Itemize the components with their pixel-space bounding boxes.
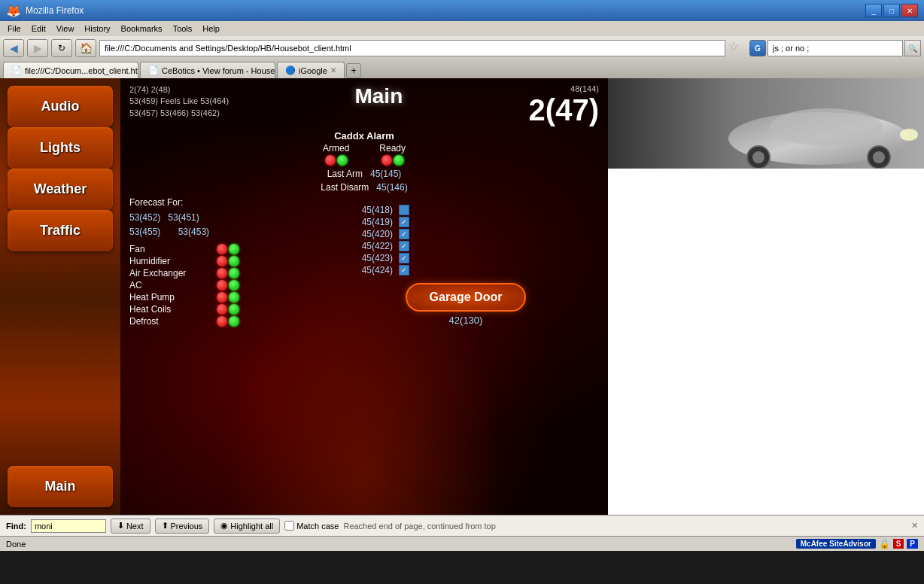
minimize-button[interactable]: _ bbox=[865, 4, 882, 17]
header-row: 2(74) 2(48) 53(459) Feels Like 53(464) 5… bbox=[129, 84, 599, 127]
garage-door-button[interactable]: Garage Door bbox=[406, 283, 527, 312]
armed-red-indicator bbox=[325, 155, 336, 166]
bookmark-star[interactable]: ☆ bbox=[728, 39, 746, 57]
tab-close-igoogle[interactable]: ✕ bbox=[330, 66, 336, 75]
temp-small: 48(144) bbox=[570, 84, 599, 93]
hvac-heatcoils-row: Heat Coils bbox=[129, 304, 318, 315]
airex-green[interactable] bbox=[229, 268, 239, 278]
new-tab-button[interactable]: + bbox=[346, 63, 361, 78]
data-value-419: 45(419) bbox=[333, 217, 393, 227]
reload-button[interactable]: ↻ bbox=[51, 39, 72, 57]
checkbox-419[interactable]: ✓ bbox=[399, 217, 409, 227]
hvac-defrost-label: Defrost bbox=[129, 316, 212, 327]
sidebar-audio-label: Audio bbox=[41, 99, 80, 114]
fan-green[interactable] bbox=[229, 244, 239, 254]
heatcoils-green[interactable] bbox=[229, 304, 239, 315]
forecast-v2-1: 53(455) 53(453) bbox=[129, 227, 209, 237]
hvac-humidifier-label: Humidifier bbox=[129, 256, 212, 266]
header-center: Main bbox=[354, 84, 403, 108]
svg-point-2 bbox=[770, 108, 883, 146]
right-data-section: 45(418) 45(419) ✓ 45(420) ✓ 45(422) bbox=[333, 197, 599, 328]
data-row-419: 45(419) ✓ bbox=[333, 217, 599, 227]
alarm-section: Caddx Alarm Armed Ready bbox=[129, 130, 599, 193]
fan-red[interactable] bbox=[217, 244, 227, 254]
highlight-all-button[interactable]: ◉ Highlight all bbox=[214, 519, 280, 534]
forward-button[interactable]: ▶ bbox=[27, 39, 48, 57]
menu-edit[interactable]: Edit bbox=[27, 23, 50, 35]
hvac-humidifier-row: Humidifier bbox=[129, 256, 318, 266]
data-items: 45(418) 45(419) ✓ 45(420) ✓ 45(422) bbox=[333, 205, 599, 275]
sidebar-weather-label: Weather bbox=[34, 181, 87, 197]
hvac-heatcoils-label: Heat Coils bbox=[129, 304, 212, 315]
next-button[interactable]: ⬇ Next bbox=[111, 519, 150, 534]
hvac-ac-row: AC bbox=[129, 280, 318, 290]
menu-tools[interactable]: Tools bbox=[169, 23, 197, 35]
checkbox-418[interactable] bbox=[399, 205, 409, 215]
airex-red[interactable] bbox=[217, 268, 227, 278]
panel-content: 2(74) 2(48) 53(459) Feels Like 53(464) 5… bbox=[120, 78, 608, 334]
checkbox-423[interactable]: ✓ bbox=[399, 253, 409, 263]
garage-section: Garage Door 42(130) bbox=[333, 283, 599, 326]
address-bar[interactable] bbox=[99, 40, 725, 56]
window-title: Mozilla Firefox bbox=[26, 5, 84, 16]
defrost-green[interactable] bbox=[229, 316, 239, 327]
heatpump-red[interactable] bbox=[217, 292, 227, 303]
menu-bookmarks[interactable]: Bookmarks bbox=[117, 23, 167, 35]
home-button[interactable]: 🏠 bbox=[75, 39, 96, 57]
search-submit-button[interactable]: 🔍 bbox=[904, 40, 921, 56]
find-input[interactable] bbox=[31, 519, 106, 533]
menu-file[interactable]: File bbox=[3, 23, 26, 35]
hvac-fan-row: Fan bbox=[129, 244, 318, 254]
fan-toggle bbox=[217, 244, 239, 254]
nav-bar: ◀ ▶ ↻ 🏠 ☆ G 🔍 bbox=[0, 36, 924, 60]
menu-view[interactable]: View bbox=[52, 23, 79, 35]
heatcoils-red[interactable] bbox=[217, 304, 227, 315]
humidifier-red[interactable] bbox=[217, 256, 227, 266]
checkbox-422[interactable]: ✓ bbox=[399, 241, 409, 251]
ac-red[interactable] bbox=[217, 280, 227, 290]
match-case-checkbox[interactable] bbox=[284, 521, 294, 531]
hvac-controls: Fan Humidifier bbox=[129, 244, 318, 327]
maximize-button[interactable]: □ bbox=[883, 4, 900, 17]
hvac-heatpump-row: Heat Pump bbox=[129, 292, 318, 303]
checkbox-420[interactable]: ✓ bbox=[399, 229, 409, 239]
content-area: Audio Lights Weather Traffic Main 2(74) … bbox=[0, 78, 924, 515]
menu-help[interactable]: Help bbox=[198, 23, 224, 35]
humidifier-green[interactable] bbox=[229, 256, 239, 266]
garage-value: 42(130) bbox=[333, 315, 599, 326]
tab-favicon-igoogle: 🔵 bbox=[285, 65, 296, 75]
alarm-ready: Ready bbox=[379, 143, 406, 166]
search-input[interactable] bbox=[767, 40, 903, 56]
ac-green[interactable] bbox=[229, 280, 239, 290]
match-case-label: Match case bbox=[296, 522, 339, 531]
sidebar-item-main[interactable]: Main bbox=[8, 466, 113, 507]
heatcoils-toggle bbox=[217, 304, 239, 315]
tab-igoogle[interactable]: 🔵 iGoogle ✕ bbox=[277, 62, 345, 78]
tab-favicon: 📄 bbox=[11, 65, 22, 75]
tab-label-cebotics: CeBotics • View forum - HouseBot bbox=[162, 66, 275, 75]
prev-arrow-icon: ⬆ bbox=[162, 521, 169, 531]
forecast-v1-1: 53(452) 53(451) bbox=[129, 212, 199, 223]
last-disarm-label: Last Disarm bbox=[321, 182, 369, 193]
hvac-ac-label: AC bbox=[129, 280, 212, 290]
right-panel bbox=[608, 78, 924, 515]
close-button[interactable]: ✕ bbox=[901, 4, 918, 17]
checkbox-424[interactable]: ✓ bbox=[399, 265, 409, 275]
tab-cebotics[interactable]: 📄 CeBotics • View forum - HouseBot ✕ bbox=[140, 62, 275, 78]
find-close-button[interactable]: ✕ bbox=[911, 521, 918, 531]
menu-history[interactable]: History bbox=[80, 23, 114, 35]
p-badge: P bbox=[907, 539, 918, 549]
previous-button[interactable]: ⬆ Previous bbox=[155, 519, 210, 534]
back-button[interactable]: ◀ bbox=[3, 39, 24, 57]
temp-line1: 2(74) 2(48) bbox=[129, 84, 229, 96]
defrost-red[interactable] bbox=[217, 316, 227, 327]
forecast-values: 53(452) 53(451) 53(455) 53(453) bbox=[129, 211, 318, 239]
heatpump-green[interactable] bbox=[229, 292, 239, 303]
tab-housebot[interactable]: 📄 file:///C:/Docum...ebot_client.html ✕ bbox=[3, 62, 138, 78]
sidebar-item-traffic[interactable]: Traffic bbox=[8, 210, 113, 251]
sidebar-item-weather[interactable]: Weather bbox=[8, 169, 113, 210]
find-label: Find: bbox=[6, 522, 26, 531]
ac-toggle bbox=[217, 280, 239, 290]
sidebar-item-lights[interactable]: Lights bbox=[8, 127, 113, 169]
sidebar-item-audio[interactable]: Audio bbox=[8, 86, 113, 127]
